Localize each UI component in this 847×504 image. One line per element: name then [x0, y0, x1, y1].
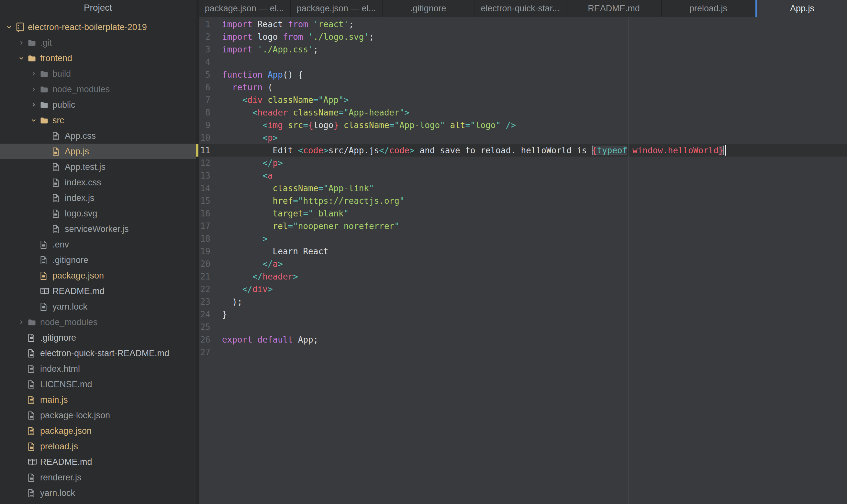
code-line[interactable]: 25 [196, 321, 847, 333]
file-icon [28, 442, 37, 451]
code-line[interactable]: 26export default App; [196, 333, 847, 346]
code-text: className="App-link" [222, 183, 374, 193]
tree-item[interactable]: LICENSE.md [0, 377, 196, 392]
code-line[interactable]: 6 return ( [196, 81, 847, 93]
tree-item[interactable]: index.css [0, 175, 196, 190]
code-line[interactable]: 19 Learn React [196, 245, 847, 257]
code-line[interactable]: 3import './App.css'; [196, 43, 847, 56]
tree-item-label: App.js [65, 146, 89, 157]
tree-item[interactable]: README.md [0, 283, 196, 299]
code-editor[interactable]: 1import React from 'react';2import logo … [196, 17, 847, 504]
tree-item[interactable]: node_modules [0, 82, 196, 97]
tree-item[interactable]: yarn.lock [0, 299, 196, 314]
tree-item[interactable]: package-lock.json [0, 408, 196, 423]
tree-item[interactable]: frontend [0, 51, 196, 66]
tree-item[interactable]: .gitignore [0, 252, 196, 268]
tab-label: package.json — el... [297, 3, 376, 13]
tree-item-label: node_modules [40, 317, 98, 327]
code-text: <a [222, 171, 273, 180]
file-icon [52, 163, 61, 172]
editor-tab[interactable]: preload.js [662, 0, 755, 17]
tree-item[interactable]: main.js [0, 392, 196, 408]
code-line[interactable]: 1import React from 'react'; [196, 18, 847, 31]
chevron-down-icon[interactable] [6, 24, 16, 30]
tree-item[interactable]: node_modules [0, 314, 196, 330]
code-line[interactable]: 4 [196, 56, 847, 68]
readme-icon [28, 458, 37, 466]
code-text: <div className="App"> [222, 95, 349, 105]
code-line[interactable]: 22 </div> [196, 283, 847, 295]
chevron-right-icon[interactable] [19, 40, 28, 45]
tree-item-label: serviceWorker.js [65, 224, 129, 234]
tree-item[interactable]: renderer.js [0, 470, 196, 485]
editor-tab[interactable]: package.json — el... [199, 0, 290, 17]
tree-item[interactable]: index.js [0, 190, 196, 206]
code-line[interactable]: 27 [196, 346, 847, 358]
code-text: href="https://reactjs.org" [222, 196, 405, 206]
tree-item[interactable]: package.json [0, 423, 196, 439]
editor-tab[interactable]: README.md [566, 0, 662, 17]
code-line[interactable]: 2import logo from './logo.svg'; [196, 31, 847, 43]
code-line[interactable]: 18 > [196, 232, 847, 245]
line-number: 25 [199, 322, 210, 332]
code-line[interactable]: 5function App() { [196, 68, 847, 81]
editor-tab[interactable]: App.js [755, 0, 847, 17]
code-line[interactable]: 20 </a> [196, 257, 847, 270]
tree-item[interactable]: build [0, 66, 196, 82]
tree-item[interactable]: src [0, 112, 196, 128]
tree-item[interactable]: electron-quick-start-README.md [0, 345, 196, 361]
code-line[interactable]: 15 href="https://reactjs.org" [196, 194, 847, 207]
tree-item[interactable]: public [0, 97, 196, 112]
code-line[interactable]: 11 Edit <code>src/App.js</code> and save… [196, 144, 847, 157]
file-icon [40, 303, 49, 311]
tree-item-label: electron-react-boilerplate-2019 [28, 22, 147, 32]
code-text: <header className="App-header"> [222, 108, 409, 118]
code-text: rel="noopener noreferrer" [222, 221, 400, 231]
tree-item[interactable]: .env [0, 237, 196, 252]
tree-item[interactable]: App.js [0, 144, 196, 159]
tree-item-label: frontend [40, 53, 72, 64]
code-line[interactable]: 17 rel="noopener noreferrer" [196, 220, 847, 232]
tree-item[interactable]: App.css [0, 128, 196, 144]
chevron-down-icon[interactable] [31, 118, 40, 123]
code-line[interactable]: 13 <a [196, 169, 847, 182]
code-line[interactable]: 9 <img src={logo} className="App-logo" a… [196, 119, 847, 131]
line-number: 7 [199, 95, 210, 105]
tree-item-label: package-lock.json [40, 411, 110, 420]
editor-tab[interactable]: package.json — el... [290, 0, 383, 17]
tree-item[interactable]: electron-react-boilerplate-2019 [0, 19, 196, 35]
code-line[interactable]: 8 <header className="App-header"> [196, 106, 847, 119]
tree-item[interactable]: serviceWorker.js [0, 221, 196, 237]
chevron-down-icon[interactable] [19, 56, 28, 61]
code-line[interactable]: 7 <div className="App"> [196, 93, 847, 106]
tree-item-label: node_modules [52, 85, 110, 94]
tree-item[interactable]: .gitignore [0, 330, 196, 345]
chevron-right-icon[interactable] [19, 320, 28, 325]
tree-item[interactable]: preload.js [0, 439, 196, 454]
tree-item[interactable]: yarn.lock [0, 485, 196, 501]
tree-item[interactable]: index.html [0, 361, 196, 377]
tree-item[interactable]: README.md [0, 454, 196, 470]
editor-tab[interactable]: electron-quick-star... [475, 0, 566, 17]
code-line[interactable]: 10 <p> [196, 131, 847, 144]
chevron-right-icon[interactable] [31, 102, 40, 107]
chevron-right-icon[interactable] [31, 71, 40, 76]
tree-item-label: README.md [52, 286, 105, 296]
chevron-right-icon[interactable] [31, 87, 40, 92]
line-number: 13 [199, 171, 210, 180]
code-content[interactable]: 1import React from 'react';2import logo … [196, 18, 847, 358]
tree-item[interactable]: .git [0, 35, 196, 51]
tree-item[interactable]: logo.svg [0, 206, 196, 221]
code-line[interactable]: 12 </p> [196, 157, 847, 169]
tree-item[interactable]: package.json [0, 268, 196, 283]
tree-item[interactable]: App.test.js [0, 159, 196, 175]
code-line[interactable]: 21 </header> [196, 270, 847, 283]
line-number: 5 [199, 70, 210, 79]
code-line[interactable]: 23 ); [196, 295, 847, 308]
code-line[interactable]: 16 target="_blank" [196, 207, 847, 220]
line-number: 26 [199, 335, 210, 344]
editor-tab[interactable]: .gitignore [383, 0, 475, 17]
code-line[interactable]: 24} [196, 308, 847, 321]
line-number: 12 [199, 158, 210, 168]
code-line[interactable]: 14 className="App-link" [196, 182, 847, 194]
